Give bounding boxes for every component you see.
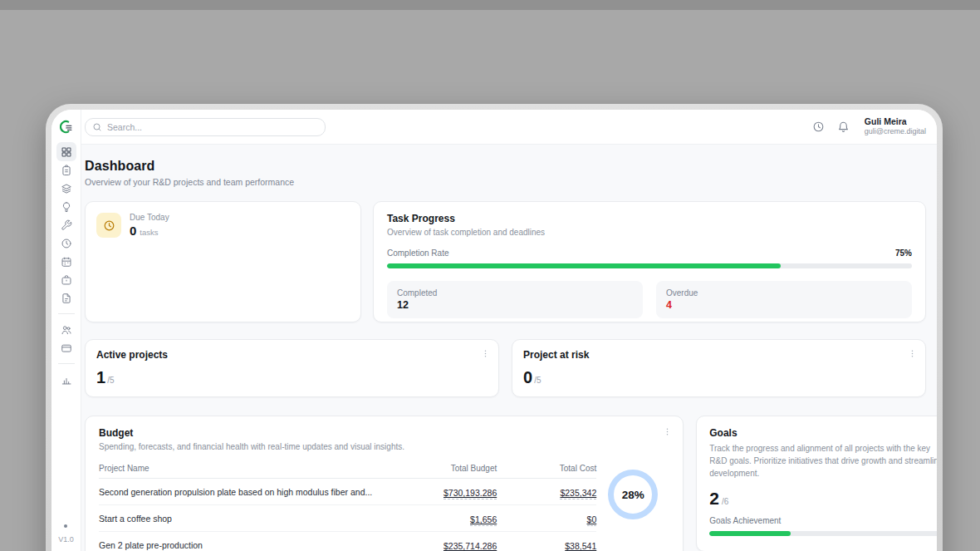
overdue-label: Overdue: [666, 288, 902, 298]
active-projects-title: Active projects: [96, 349, 488, 361]
main-area: Guli Meira guli@creme.digital Dashboard …: [81, 110, 937, 551]
overdue-stat-box: Overdue 4: [656, 281, 912, 318]
budget-card: Budget Spending, forecasts, and financia…: [85, 416, 684, 551]
budget-table-row: Gen 2 plate pre-production $235,714.286 …: [99, 532, 596, 551]
active-projects-total: /5: [107, 376, 114, 385]
completed-stat-box: Completed 12: [387, 281, 643, 318]
due-clock-icon: [96, 213, 121, 238]
sidebar-item-documents[interactable]: [56, 288, 76, 307]
search-input[interactable]: [107, 122, 318, 132]
column-total-budget: Total Budget: [380, 464, 497, 473]
overdue-value: 4: [666, 299, 902, 311]
topbar: Guli Meira guli@creme.digital: [81, 110, 937, 145]
sidebar-item-billing[interactable]: [56, 338, 76, 357]
goals-progress-fill: [709, 531, 791, 536]
history-clock-icon[interactable]: [811, 120, 826, 135]
task-progress-card: Task Progress Overview of task completio…: [373, 201, 926, 322]
user-name: Guli Meira: [865, 116, 926, 127]
budget-table-header: Project Name Total Budget Total Cost: [99, 460, 596, 479]
kebab-menu-icon[interactable]: [479, 347, 491, 359]
project-at-risk-card: Project at risk 0 /5: [512, 339, 926, 397]
due-today-card: Due Today 0 tasks: [85, 201, 361, 322]
task-progress-title: Task Progress: [387, 213, 912, 224]
completion-rate-label: Completion Rate: [387, 248, 448, 258]
goals-total: /6: [722, 497, 728, 506]
total-budget-value[interactable]: $1,656: [470, 514, 497, 526]
due-today-unit: tasks: [140, 228, 158, 237]
status-dot: [64, 524, 67, 528]
kebab-menu-icon[interactable]: [906, 347, 918, 359]
column-total-cost: Total Cost: [497, 464, 596, 473]
active-projects-value: 1: [96, 368, 105, 387]
total-budget-value[interactable]: $235,714.286: [443, 541, 497, 551]
budget-title: Budget: [99, 427, 669, 439]
sidebar-divider: [58, 363, 75, 364]
app-logo-icon: [57, 117, 76, 135]
due-today-value: 0: [130, 224, 136, 238]
completion-progress-fill: [387, 263, 781, 268]
goals-subtitle: Track the progress and alignment of all …: [709, 442, 937, 480]
budget-table-row: Second generation propulsion plate based…: [99, 479, 596, 505]
sidebar: V1.0: [51, 110, 81, 551]
sidebar-footer: V1.0: [58, 524, 74, 551]
sidebar-item-portfolio[interactable]: [56, 270, 76, 289]
app-window-frame: V1.0: [46, 104, 943, 551]
topbar-right: Guli Meira guli@creme.digital: [811, 116, 926, 136]
sidebar-item-time[interactable]: [56, 234, 76, 253]
sidebar-divider: [58, 313, 75, 314]
budget-table-row: Start a coffee shop $1,656 $0: [99, 505, 596, 532]
finance-row: Budget Spending, forecasts, and financia…: [85, 416, 926, 551]
page-header: Dashboard Overview of your R&D projects …: [85, 159, 926, 187]
goals-progress-bar: [709, 531, 937, 536]
project-name: Gen 2 plate pre-production: [99, 540, 380, 550]
summary-row: Due Today 0 tasks Task Progress Overview…: [85, 201, 926, 322]
budget-subtitle: Spending, forecasts, and financial healt…: [99, 442, 669, 451]
total-cost-value[interactable]: $0: [587, 514, 597, 526]
sidebar-item-tools[interactable]: [56, 215, 76, 234]
task-progress-subtitle: Overview of task completion and deadline…: [387, 228, 912, 237]
kebab-menu-icon[interactable]: [661, 426, 673, 437]
sidebar-item-team[interactable]: [56, 320, 76, 339]
project-at-risk-title: Project at risk: [523, 349, 914, 361]
project-name: Second generation propulsion plate based…: [99, 487, 380, 497]
total-cost-value[interactable]: $38,541: [565, 541, 596, 551]
sidebar-item-layers[interactable]: [56, 179, 76, 198]
goals-value: 2: [709, 489, 719, 509]
project-at-risk-value: 0: [523, 368, 532, 387]
project-at-risk-total: /5: [534, 376, 541, 385]
budget-usage-value: 28%: [622, 489, 644, 501]
desktop-top-strip: [0, 0, 980, 10]
projects-row: Active projects 1 /5 Project at risk: [85, 339, 926, 397]
total-cost-value[interactable]: $235,342: [560, 488, 596, 499]
completed-label: Completed: [397, 288, 633, 298]
due-today-label: Due Today: [130, 213, 169, 222]
active-projects-card: Active projects 1 /5: [85, 339, 499, 397]
app-version: V1.0: [58, 535, 74, 544]
budget-table: Project Name Total Budget Total Cost Sec…: [99, 460, 596, 551]
project-name: Start a coffee shop: [99, 514, 380, 524]
sidebar-item-ideas[interactable]: [56, 197, 76, 216]
sidebar-item-dashboard[interactable]: [56, 142, 76, 161]
search-icon: [92, 122, 102, 132]
sidebar-item-tasks[interactable]: [56, 160, 76, 180]
notifications-bell-icon[interactable]: [836, 120, 851, 135]
total-budget-value[interactable]: $730,193.286: [443, 488, 497, 499]
goals-title: Goals: [709, 427, 937, 439]
goals-card: Goals Track the progress and alignment o…: [696, 416, 937, 551]
completed-value: 12: [397, 299, 633, 311]
budget-ring-wrap: 28%: [596, 470, 669, 519]
completion-progress-bar: [387, 263, 912, 268]
completion-rate-value: 75%: [895, 248, 912, 258]
sidebar-item-analytics[interactable]: [56, 370, 76, 389]
page-subtitle: Overview of your R&D projects and team p…: [85, 177, 926, 187]
page-title: Dashboard: [85, 159, 926, 174]
goals-achievement-label: Goals Achievement: [709, 516, 781, 525]
page-content: Dashboard Overview of your R&D projects …: [81, 145, 937, 551]
user-email: guli@creme.digital: [865, 127, 926, 136]
column-project-name: Project Name: [99, 464, 380, 473]
sidebar-item-calendar[interactable]: [56, 252, 76, 271]
user-profile[interactable]: Guli Meira guli@creme.digital: [865, 116, 926, 136]
budget-usage-ring: 28%: [608, 470, 658, 519]
search-box[interactable]: [85, 118, 326, 136]
app-window: V1.0: [51, 110, 937, 551]
